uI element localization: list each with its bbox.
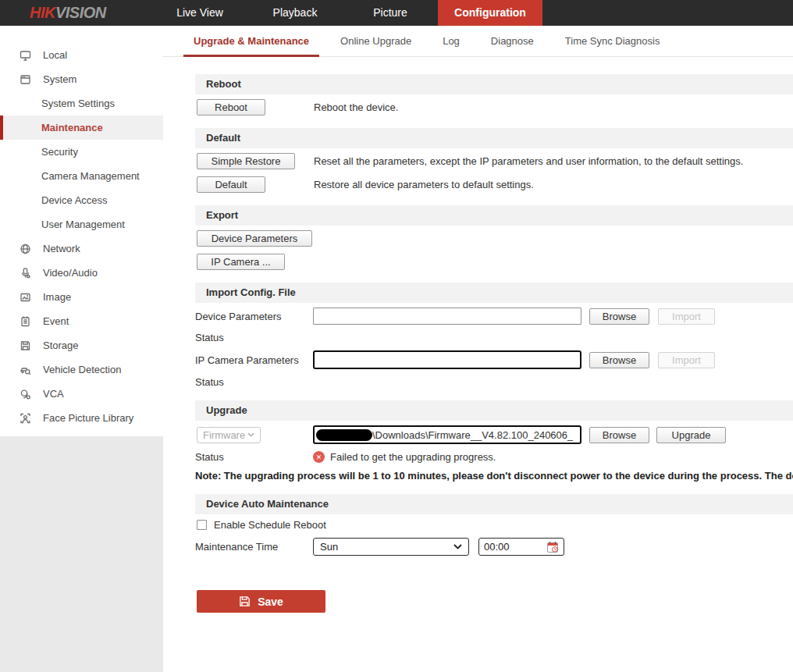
- maintenance-time-row: Maintenance Time Sun 00:00: [195, 538, 793, 556]
- chevron-down-icon: [247, 432, 254, 437]
- firmware-type-select[interactable]: Firmware: [197, 427, 261, 443]
- upgrade-row: Firmware \Downloads\Firmware__V4.82.100_…: [195, 425, 793, 444]
- ip-camera-parameters-input[interactable]: [313, 350, 581, 369]
- sidebar-item-label: User Management: [41, 219, 125, 230]
- save-button-label: Save: [258, 596, 283, 608]
- page-body: Local System System Settings Maintenance…: [0, 26, 793, 672]
- tab-time-sync-diagnosis[interactable]: Time Sync Diagnosis: [555, 26, 670, 57]
- export-device-parameters-button[interactable]: Device Parameters: [197, 230, 312, 247]
- tab-diagnose[interactable]: Diagnose: [481, 26, 544, 57]
- sidebar-item-label: VCA: [43, 388, 64, 400]
- content-area: Reboot Reboot Reboot the device. Default…: [163, 57, 793, 613]
- network-globe-icon: [19, 243, 32, 255]
- tab-online-upgrade[interactable]: Online Upgrade: [330, 26, 421, 57]
- export-ip-camera-button[interactable]: IP Camera ...: [197, 254, 285, 270]
- status-label: Status: [195, 376, 313, 388]
- upgrade-status-row: Status ✕ Failed to get the upgrading pro…: [195, 451, 793, 463]
- sidebar-item-event[interactable]: Event: [0, 309, 163, 333]
- sidebar-item-system-settings[interactable]: System Settings: [0, 91, 163, 116]
- reboot-description: Reboot the device.: [314, 101, 398, 113]
- sidebar-item-label: System: [43, 73, 76, 85]
- event-icon: [19, 315, 32, 328]
- upgrade-status-message: Failed to get the upgrading progress.: [330, 451, 496, 463]
- nav-picture[interactable]: Picture: [343, 0, 438, 26]
- default-button[interactable]: Default: [197, 176, 265, 193]
- firmware-file-input[interactable]: \Downloads\Firmware__V4.82.100_240606_: [313, 425, 581, 444]
- default-button-cell: Default: [195, 176, 314, 193]
- sidebar: Local System System Settings Maintenance…: [0, 26, 163, 672]
- ip-camera-parameters-import-button[interactable]: Import: [658, 352, 715, 368]
- sidebar-item-vca[interactable]: VCA: [0, 382, 163, 406]
- maintenance-day-value: Sun: [320, 541, 338, 553]
- tab-log[interactable]: Log: [432, 26, 470, 57]
- firmware-browse-button[interactable]: Browse: [589, 427, 649, 443]
- maintenance-day-select[interactable]: Sun: [313, 538, 469, 556]
- firmware-type-value: Firmware: [203, 429, 245, 441]
- sidebar-item-image[interactable]: Image: [0, 285, 163, 309]
- image-icon: [19, 291, 32, 304]
- enable-schedule-reboot-checkbox[interactable]: [197, 520, 207, 530]
- logo-vision: VISION: [55, 4, 106, 22]
- tab-upgrade-maintenance[interactable]: Upgrade & Maintenance: [183, 26, 319, 57]
- save-button[interactable]: Save: [197, 590, 325, 613]
- device-parameters-import-button[interactable]: Import: [658, 308, 715, 325]
- ip-camera-parameters-status-row: Status: [195, 376, 793, 388]
- top-navigation-bar: HIKVISION Live View Playback Picture Con…: [0, 0, 793, 26]
- vehicle-detection-icon: [19, 364, 32, 376]
- sidebar-item-label: Storage: [43, 340, 79, 351]
- upgrade-button[interactable]: Upgrade: [656, 427, 726, 443]
- sidebar-item-label: Network: [43, 243, 80, 254]
- sidebar-item-local[interactable]: Local: [0, 43, 163, 67]
- device-parameters-input[interactable]: [313, 308, 581, 325]
- simple-restore-button[interactable]: Simple Restore: [197, 153, 295, 169]
- sidebar-item-network[interactable]: Network: [0, 236, 163, 261]
- status-label: Status: [195, 332, 313, 343]
- default-description: Restore all device parameters to default…: [314, 179, 534, 190]
- sidebar-item-storage[interactable]: Storage: [0, 333, 163, 357]
- vca-icon: [19, 388, 32, 400]
- section-header-import-config: Import Config. File: [195, 283, 793, 303]
- section-header-export: Export: [195, 205, 793, 226]
- sidebar-item-video-audio[interactable]: Video/Audio: [0, 261, 163, 285]
- device-parameters-browse-button[interactable]: Browse: [589, 308, 649, 325]
- storage-icon: [19, 340, 32, 352]
- import-device-parameters-row: Device Parameters Browse Import: [195, 308, 793, 325]
- sidebar-item-vehicle-detection[interactable]: Vehicle Detection: [0, 357, 163, 382]
- sidebar-background: [0, 436, 163, 672]
- maintenance-time-input[interactable]: 00:00: [478, 538, 564, 556]
- sidebar-item-face-picture-library[interactable]: Face Picture Library: [0, 406, 163, 430]
- system-window-icon: [19, 73, 32, 86]
- video-audio-icon: [19, 267, 32, 279]
- sidebar-item-security[interactable]: Security: [0, 140, 163, 164]
- ip-camera-parameters-browse-button[interactable]: Browse: [589, 352, 649, 368]
- simple-restore-description: Reset all the parameters, except the IP …: [314, 155, 743, 167]
- sidebar-item-user-management[interactable]: User Management: [0, 212, 163, 236]
- sidebar-item-label: Local: [43, 49, 67, 61]
- sidebar-item-camera-management[interactable]: Camera Management: [0, 164, 163, 188]
- sidebar-item-label: Maintenance: [41, 122, 103, 133]
- export-ip-camera-row: IP Camera ...: [195, 254, 793, 270]
- calendar-icon[interactable]: [546, 541, 559, 553]
- import-ip-camera-parameters-row: IP Camera Parameters Browse Import: [195, 350, 793, 369]
- sidebar-item-label: Video/Audio: [43, 267, 98, 279]
- upgrade-note: Note: The upgrading process will be 1 to…: [195, 470, 793, 482]
- firmware-type-cell: Firmware: [195, 427, 313, 443]
- reboot-button[interactable]: Reboot: [197, 99, 265, 116]
- sidebar-item-device-access[interactable]: Device Access: [0, 188, 163, 212]
- enable-schedule-reboot-label: Enable Schedule Reboot: [214, 519, 326, 531]
- sidebar-item-label: Camera Management: [41, 170, 140, 182]
- logo-hik: HIK: [30, 4, 55, 22]
- nav-playback[interactable]: Playback: [247, 0, 343, 26]
- sidebar-item-label: Security: [41, 146, 78, 158]
- simple-restore-button-cell: Simple Restore: [195, 153, 314, 169]
- reboot-button-cell: Reboot: [195, 99, 314, 116]
- chevron-down-icon: [453, 544, 462, 549]
- nav-live-view[interactable]: Live View: [152, 0, 247, 26]
- sidebar-item-maintenance[interactable]: Maintenance: [0, 116, 163, 140]
- sidebar-item-label: Vehicle Detection: [43, 364, 121, 375]
- main-panel: Upgrade & Maintenance Online Upgrade Log…: [163, 26, 793, 672]
- sidebar-item-system[interactable]: System: [0, 67, 163, 91]
- ip-camera-parameters-label: IP Camera Parameters: [195, 354, 313, 366]
- section-header-device-auto-maintenance: Device Auto Maintenance: [195, 494, 793, 514]
- nav-configuration[interactable]: Configuration: [438, 0, 542, 26]
